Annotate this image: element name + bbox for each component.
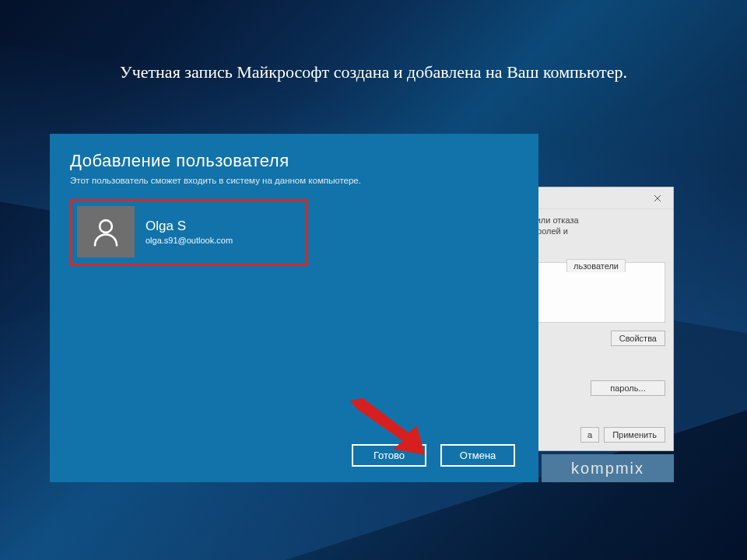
bg-small-button[interactable]: а bbox=[580, 427, 599, 443]
user-card: Olga S olga.s91@outlook.com bbox=[70, 199, 308, 266]
dialog-title: Добавление пользователя bbox=[70, 151, 518, 171]
svg-point-2 bbox=[100, 220, 112, 233]
add-user-dialog: Добавление пользователя Этот пользовател… bbox=[50, 134, 538, 482]
watermark: kompmix bbox=[542, 454, 674, 482]
bg-text-fragment: ы паролей и bbox=[519, 226, 665, 236]
close-icon[interactable] bbox=[642, 187, 673, 208]
user-email: olga.s91@outlook.com bbox=[146, 236, 233, 245]
bg-users-listbox[interactable]: льзователи bbox=[519, 262, 665, 323]
bg-users-tab[interactable]: льзователи bbox=[566, 259, 626, 272]
bg-text-fragment: иш bbox=[519, 363, 665, 373]
done-button[interactable]: Готово bbox=[352, 444, 426, 467]
bg-text-fragment: нил или отказа bbox=[519, 215, 665, 225]
dialog-subtitle: Этот пользователь сможет входить в систе… bbox=[70, 176, 518, 185]
screenshot-area: нил или отказа ы паролей и льзователи Св… bbox=[50, 134, 697, 482]
cancel-button[interactable]: Отмена bbox=[440, 444, 515, 467]
apply-button[interactable]: Применить bbox=[604, 427, 665, 443]
properties-button[interactable]: Свойства bbox=[611, 331, 665, 346]
user-avatar-icon bbox=[77, 206, 135, 257]
slide-caption: Учетная запись Майкрософт создана и доба… bbox=[0, 62, 747, 82]
password-button[interactable]: пароль... bbox=[591, 380, 665, 396]
user-name: Olga S bbox=[146, 219, 233, 234]
